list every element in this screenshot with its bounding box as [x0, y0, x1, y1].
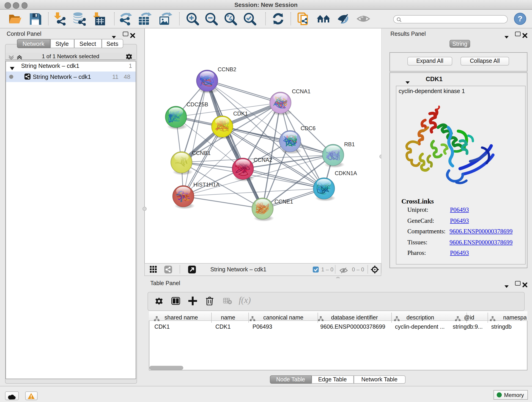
svg-text:CDK1: CDK1	[233, 110, 248, 117]
svg-text:CDKN1A: CDKN1A	[335, 170, 357, 176]
svg-text:HIST1H1A: HIST1H1A	[193, 182, 220, 188]
svg-text:CCNE1: CCNE1	[274, 198, 293, 205]
svg-text:RB1: RB1	[344, 141, 355, 147]
svg-text:CCNB1: CCNB1	[192, 150, 210, 156]
svg-text:CCNA2: CCNA2	[254, 157, 272, 163]
svg-text:CDC25B: CDC25B	[186, 101, 208, 108]
svg-text:?: ?	[518, 14, 523, 23]
svg-text:CDC6: CDC6	[301, 125, 316, 131]
svg-text:CCNA1: CCNA1	[292, 88, 310, 95]
svg-text:CCNB2: CCNB2	[218, 66, 236, 72]
